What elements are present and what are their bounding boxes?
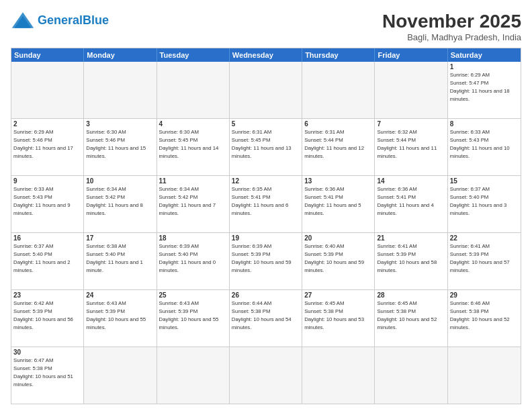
day-num: 12 xyxy=(232,177,300,185)
sun-info: Sunrise: 6:37 AMSunset: 5:40 PMDaylight:… xyxy=(450,186,507,216)
day-num: 22 xyxy=(450,234,519,242)
logo-text: GeneralBlue xyxy=(38,14,109,26)
sun-info: Sunrise: 6:32 AMSunset: 5:44 PMDaylight:… xyxy=(377,129,437,159)
day-num: 29 xyxy=(450,291,519,299)
cal-cell-4-3: 26 Sunrise: 6:44 AMSunset: 5:38 PMDaylig… xyxy=(230,290,302,347)
cal-cell-3-4: 20 Sunrise: 6:40 AMSunset: 5:39 PMDaylig… xyxy=(302,233,375,289)
day-num: 2 xyxy=(13,120,81,128)
sun-info: Sunrise: 6:34 AMSunset: 5:42 PMDaylight:… xyxy=(86,186,143,216)
day-num: 25 xyxy=(159,291,227,299)
cal-cell-1-6: 8 Sunrise: 6:33 AMSunset: 5:43 PMDayligh… xyxy=(448,119,521,175)
sun-info: Sunrise: 6:43 AMSunset: 5:39 PMDaylight:… xyxy=(86,300,146,330)
cal-cell-5-2 xyxy=(157,347,230,404)
logo-general: General xyxy=(38,13,83,27)
header-monday: Monday xyxy=(84,48,157,62)
day-num: 8 xyxy=(450,120,519,128)
sun-info: Sunrise: 6:33 AMSunset: 5:43 PMDaylight:… xyxy=(450,129,510,159)
day-num: 5 xyxy=(232,120,300,128)
cal-cell-1-5: 7 Sunrise: 6:32 AMSunset: 5:44 PMDayligh… xyxy=(375,119,447,175)
cal-cell-4-1: 24 Sunrise: 6:43 AMSunset: 5:39 PMDaylig… xyxy=(84,290,157,347)
sun-info: Sunrise: 6:47 AMSunset: 5:38 PMDaylight:… xyxy=(13,357,73,387)
sun-info: Sunrise: 6:30 AMSunset: 5:45 PMDaylight:… xyxy=(159,129,219,159)
sun-info: Sunrise: 6:42 AMSunset: 5:39 PMDaylight:… xyxy=(13,300,73,330)
day-num: 19 xyxy=(232,234,300,242)
cal-cell-4-2: 25 Sunrise: 6:43 AMSunset: 5:39 PMDaylig… xyxy=(157,290,230,347)
sun-info: Sunrise: 6:31 AMSunset: 5:44 PMDaylight:… xyxy=(304,129,364,159)
sun-info: Sunrise: 6:36 AMSunset: 5:41 PMDaylight:… xyxy=(304,186,361,216)
cal-cell-4-6: 29 Sunrise: 6:46 AMSunset: 5:38 PMDaylig… xyxy=(448,290,521,347)
sun-info: Sunrise: 6:39 AMSunset: 5:40 PMDaylight:… xyxy=(159,243,216,273)
location: Bagli, Madhya Pradesh, India xyxy=(382,32,521,42)
cal-cell-1-4: 6 Sunrise: 6:31 AMSunset: 5:44 PMDayligh… xyxy=(302,119,375,175)
day-num: 6 xyxy=(304,120,372,128)
cal-cell-1-1: 3 Sunrise: 6:30 AMSunset: 5:46 PMDayligh… xyxy=(84,119,157,175)
day-num: 11 xyxy=(159,177,227,185)
cal-row-0: 1 Sunrise: 6:29 AMSunset: 5:47 PMDayligh… xyxy=(11,62,521,118)
day-num: 27 xyxy=(304,291,372,299)
cal-cell-0-0 xyxy=(11,62,84,118)
cal-cell-2-2: 11 Sunrise: 6:34 AMSunset: 5:42 PMDaylig… xyxy=(157,176,230,232)
header-saturday: Saturday xyxy=(448,48,521,62)
sun-info: Sunrise: 6:39 AMSunset: 5:39 PMDaylight:… xyxy=(232,243,292,273)
cal-cell-4-4: 27 Sunrise: 6:45 AMSunset: 5:38 PMDaylig… xyxy=(302,290,375,347)
cal-cell-5-3 xyxy=(230,347,302,404)
day-num: 1 xyxy=(450,63,519,71)
cal-cell-5-0: 30 Sunrise: 6:47 AMSunset: 5:38 PMDaylig… xyxy=(11,347,84,404)
cal-cell-2-5: 14 Sunrise: 6:36 AMSunset: 5:41 PMDaylig… xyxy=(375,176,447,232)
sun-info: Sunrise: 6:33 AMSunset: 5:43 PMDaylight:… xyxy=(13,186,71,216)
header-sunday: Sunday xyxy=(11,48,84,62)
sun-info: Sunrise: 6:38 AMSunset: 5:40 PMDaylight:… xyxy=(86,243,143,273)
cal-cell-0-4 xyxy=(302,62,375,118)
cal-cell-2-0: 9 Sunrise: 6:33 AMSunset: 5:43 PMDayligh… xyxy=(11,176,84,232)
cal-cell-3-6: 22 Sunrise: 6:41 AMSunset: 5:39 PMDaylig… xyxy=(448,233,521,289)
sun-info: Sunrise: 6:41 AMSunset: 5:39 PMDaylight:… xyxy=(377,243,437,273)
sun-info: Sunrise: 6:44 AMSunset: 5:38 PMDaylight:… xyxy=(232,300,292,330)
cal-cell-5-5 xyxy=(375,347,447,404)
header: GeneralBlue November 2025 Bagli, Madhya … xyxy=(11,11,521,42)
sun-info: Sunrise: 6:41 AMSunset: 5:39 PMDaylight:… xyxy=(450,243,510,273)
cal-cell-4-5: 28 Sunrise: 6:45 AMSunset: 5:38 PMDaylig… xyxy=(375,290,447,347)
day-num: 17 xyxy=(86,234,154,242)
cal-cell-0-5 xyxy=(375,62,447,118)
day-num: 7 xyxy=(377,120,445,128)
day-num: 21 xyxy=(377,234,445,242)
cal-cell-1-0: 2 Sunrise: 6:29 AMSunset: 5:46 PMDayligh… xyxy=(11,119,84,175)
cal-cell-2-4: 13 Sunrise: 6:36 AMSunset: 5:41 PMDaylig… xyxy=(302,176,375,232)
cal-cell-5-1 xyxy=(84,347,157,404)
header-wednesday: Wednesday xyxy=(230,48,302,62)
cal-cell-3-5: 21 Sunrise: 6:41 AMSunset: 5:39 PMDaylig… xyxy=(375,233,447,289)
sun-info: Sunrise: 6:43 AMSunset: 5:39 PMDaylight:… xyxy=(159,300,219,330)
day-num: 24 xyxy=(86,291,154,299)
cal-row-2: 9 Sunrise: 6:33 AMSunset: 5:43 PMDayligh… xyxy=(11,175,521,232)
cal-cell-0-1 xyxy=(84,62,157,118)
logo-blue: Blue xyxy=(83,13,109,27)
cal-cell-3-0: 16 Sunrise: 6:37 AMSunset: 5:40 PMDaylig… xyxy=(11,233,84,289)
title-block: November 2025 Bagli, Madhya Pradesh, Ind… xyxy=(382,11,521,42)
sun-info: Sunrise: 6:29 AMSunset: 5:47 PMDaylight:… xyxy=(450,72,510,102)
cal-cell-0-2 xyxy=(157,62,230,118)
cal-cell-3-3: 19 Sunrise: 6:39 AMSunset: 5:39 PMDaylig… xyxy=(230,233,302,289)
sun-info: Sunrise: 6:45 AMSunset: 5:38 PMDaylight:… xyxy=(304,300,364,330)
day-num: 10 xyxy=(86,177,154,185)
cal-row-3: 16 Sunrise: 6:37 AMSunset: 5:40 PMDaylig… xyxy=(11,232,521,289)
cal-cell-3-2: 18 Sunrise: 6:39 AMSunset: 5:40 PMDaylig… xyxy=(157,233,230,289)
cal-cell-2-1: 10 Sunrise: 6:34 AMSunset: 5:42 PMDaylig… xyxy=(84,176,157,232)
day-num: 16 xyxy=(13,234,81,242)
sun-info: Sunrise: 6:29 AMSunset: 5:46 PMDaylight:… xyxy=(13,129,73,159)
cal-cell-5-6 xyxy=(448,347,521,404)
day-num: 3 xyxy=(86,120,154,128)
day-num: 28 xyxy=(377,291,445,299)
cal-row-5: 30 Sunrise: 6:47 AMSunset: 5:38 PMDaylig… xyxy=(11,347,521,404)
calendar: Sunday Monday Tuesday Wednesday Thursday… xyxy=(11,48,521,404)
day-num: 26 xyxy=(232,291,300,299)
day-num: 13 xyxy=(304,177,372,185)
sun-info: Sunrise: 6:31 AMSunset: 5:45 PMDaylight:… xyxy=(232,129,292,159)
header-thursday: Thursday xyxy=(302,48,375,62)
cal-cell-0-3 xyxy=(230,62,302,118)
cal-cell-3-1: 17 Sunrise: 6:38 AMSunset: 5:40 PMDaylig… xyxy=(84,233,157,289)
header-tuesday: Tuesday xyxy=(157,48,230,62)
cal-cell-5-4 xyxy=(302,347,375,404)
logo-icon xyxy=(11,11,35,30)
page: GeneralBlue November 2025 Bagli, Madhya … xyxy=(0,0,532,411)
day-num: 4 xyxy=(159,120,227,128)
